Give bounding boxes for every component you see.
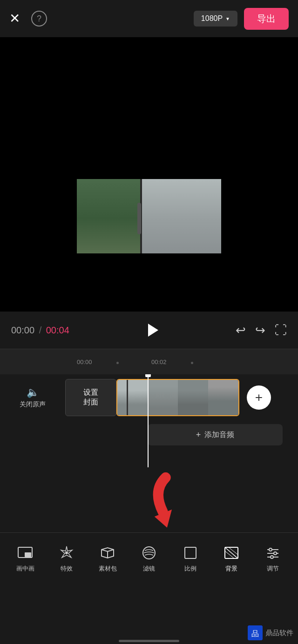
toolbar-label-effects: 特效 — [61, 564, 73, 573]
filter-icon — [140, 544, 158, 562]
track-area: 🔈 关闭原声 设置 封面 + + 添加音频 — [0, 374, 298, 467]
svg-point-16 — [271, 556, 273, 558]
top-bar: ✕ ? 1080P 导出 — [0, 0, 298, 37]
mute-track-label: 🔈 关闭原声 — [0, 386, 65, 409]
mute-label-text[interactable]: 关闭原声 — [20, 400, 46, 409]
window-handle — [137, 203, 141, 234]
add-clip-button[interactable]: + — [247, 385, 271, 410]
toolbar-label-background: 背景 — [225, 564, 237, 573]
toolbar-item-picture-in-picture[interactable]: 画中画 — [9, 544, 41, 573]
total-time: 00:04 — [46, 325, 69, 335]
controls-center — [142, 320, 163, 340]
audio-add-label: 添加音频 — [204, 430, 234, 440]
play-button[interactable] — [142, 320, 163, 340]
clip-area: 设置 封面 + — [65, 379, 298, 416]
clip-thumb-2 — [148, 380, 178, 415]
export-button[interactable]: 导出 — [244, 8, 289, 30]
close-button[interactable]: ✕ — [9, 12, 20, 25]
clip-thumb-1 — [117, 380, 148, 415]
video-frame — [77, 95, 221, 253]
toolbar-item-adjust[interactable]: 调节 — [257, 544, 289, 573]
cover-line1: 设置 — [83, 388, 98, 398]
toolbar-label-picture-in-picture: 画中画 — [16, 564, 34, 573]
clip-thumbnails[interactable] — [116, 379, 239, 416]
video-image — [77, 179, 221, 253]
toolbar-label-adjust: 调节 — [267, 564, 279, 573]
background-icon — [223, 544, 240, 562]
redo-button[interactable]: ↪ — [255, 323, 265, 338]
timeline-marker-02: 00:02 — [151, 359, 167, 365]
controls-bar: 00:00 / 00:04 ↩ ↪ ⛶ — [0, 312, 298, 349]
svg-point-3 — [65, 551, 68, 554]
clip-thumb-3 — [178, 380, 208, 415]
svg-text:品: 品 — [251, 630, 259, 637]
mute-icon[interactable]: 🔈 — [27, 386, 39, 398]
timeline-marker-00: 00:00 — [77, 359, 92, 365]
time-separator: / — [39, 325, 42, 335]
svg-point-12 — [269, 548, 272, 551]
fullscreen-button[interactable]: ⛶ — [275, 323, 287, 338]
add-audio-button[interactable]: + 添加音频 — [148, 424, 283, 445]
audio-track-row: + 添加音频 — [0, 421, 298, 449]
time-display: 00:00 / 00:04 — [11, 325, 69, 336]
timeline-area: 00:00 00:02 — [0, 349, 298, 374]
cover-line2: 封面 — [83, 398, 98, 407]
svg-line-10 — [229, 547, 238, 555]
picture-in-picture-icon — [16, 544, 34, 562]
clip-thumb-4 — [208, 380, 238, 415]
timeline-dot-1 — [116, 362, 119, 364]
video-top-black — [77, 95, 221, 179]
watermark: 品 鼎品软件 — [248, 625, 293, 640]
toolbar-item-filter[interactable]: 滤镜 — [133, 544, 165, 573]
ratio-icon — [182, 544, 199, 562]
controls-right: ↩ ↪ ⛶ — [236, 323, 287, 338]
svg-rect-6 — [185, 547, 196, 558]
adjust-icon — [264, 544, 282, 562]
arrow-area — [0, 467, 298, 532]
video-preview — [0, 37, 298, 312]
top-bar-right: 1080P 导出 — [194, 8, 289, 30]
toolbar-item-effects[interactable]: 特效 — [50, 544, 83, 573]
undo-button[interactable]: ↩ — [236, 323, 246, 338]
red-arrow-icon — [147, 472, 198, 532]
help-button[interactable]: ? — [31, 11, 47, 27]
watermark-logo: 品 — [248, 625, 263, 640]
effects-icon — [58, 544, 75, 562]
bottom-toolbar: 画中画 特效 素材包 — [0, 532, 298, 598]
materials-icon — [99, 544, 116, 562]
toolbar-item-ratio[interactable]: 比例 — [174, 544, 207, 573]
toolbar-label-filter: 滤镜 — [143, 564, 155, 573]
svg-rect-2 — [25, 552, 31, 557]
toolbar-label-ratio: 比例 — [184, 564, 196, 573]
resolution-button[interactable]: 1080P — [194, 11, 237, 27]
audio-plus-icon: + — [196, 430, 201, 440]
set-cover-button[interactable]: 设置 封面 — [65, 379, 116, 416]
play-icon — [148, 324, 158, 337]
video-track-row: 🔈 关闭原声 设置 封面 + — [0, 374, 298, 421]
toolbar-item-materials[interactable]: 素材包 — [91, 544, 124, 573]
toolbar-item-background[interactable]: 背景 — [215, 544, 248, 573]
svg-marker-0 — [154, 510, 176, 530]
timeline-dot-2 — [191, 362, 193, 364]
current-time: 00:00 — [11, 325, 34, 335]
home-bar — [119, 640, 179, 642]
top-bar-left: ✕ ? — [9, 11, 47, 27]
watermark-text: 鼎品软件 — [265, 629, 293, 637]
toolbar-label-materials: 素材包 — [99, 564, 117, 573]
svg-line-9 — [225, 551, 234, 558]
svg-point-14 — [274, 552, 277, 555]
